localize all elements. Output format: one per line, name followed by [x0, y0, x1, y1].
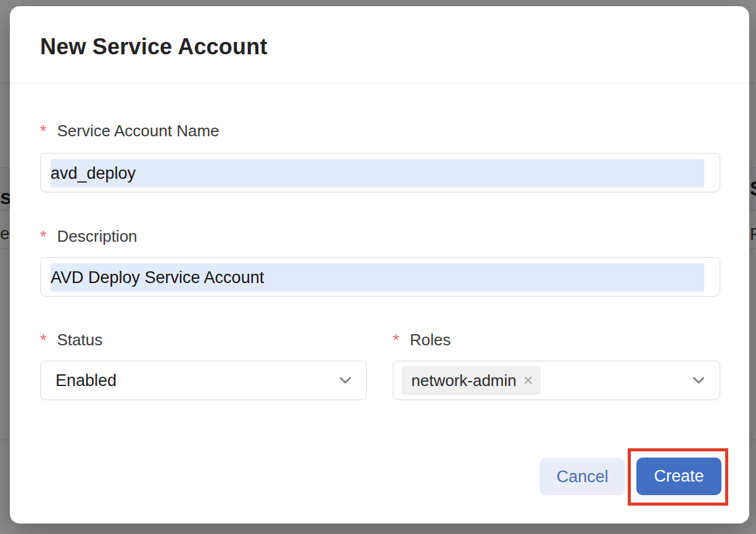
status-label-row: * Status [40, 330, 102, 351]
description-input[interactable]: AVD Deploy Service Account [40, 257, 720, 297]
required-marker-icon: * [40, 226, 47, 247]
service-account-name-value: avd_deploy [51, 154, 136, 193]
remove-tag-icon[interactable]: × [524, 372, 533, 389]
required-marker-icon: * [393, 330, 400, 351]
header-divider [10, 83, 749, 84]
status-label: Status [57, 330, 103, 350]
service-account-name-label-row: * Service Account Name [40, 121, 220, 142]
screen: s er S Fi New Service Account * Service … [0, 0, 756, 534]
create-button[interactable]: Create [636, 458, 721, 495]
new-service-account-dialog: New Service Account * Service Account Na… [10, 6, 749, 524]
cancel-button[interactable]: Cancel [540, 458, 625, 495]
service-account-name-label: Service Account Name [57, 121, 220, 141]
description-label: Description [57, 226, 138, 246]
dialog-title: New Service Account [40, 33, 268, 60]
name-input-autofill-highlight [51, 159, 704, 187]
role-tag-label: network-admin [411, 371, 517, 390]
roles-label: Roles [410, 330, 451, 350]
role-tag-network-admin: network-admin × [401, 366, 541, 395]
chevron-down-icon [690, 372, 707, 389]
required-marker-icon: * [40, 121, 47, 142]
status-selected-value: Enabled [55, 371, 117, 390]
chevron-down-icon [337, 372, 354, 389]
roles-label-row: * Roles [393, 330, 451, 351]
description-value: AVD Deploy Service Account [51, 258, 264, 297]
required-marker-icon: * [40, 330, 47, 351]
roles-select[interactable]: network-admin × [393, 361, 720, 400]
status-select[interactable]: Enabled [40, 361, 367, 400]
description-label-row: * Description [40, 226, 138, 247]
service-account-name-input[interactable]: avd_deploy [40, 153, 720, 192]
